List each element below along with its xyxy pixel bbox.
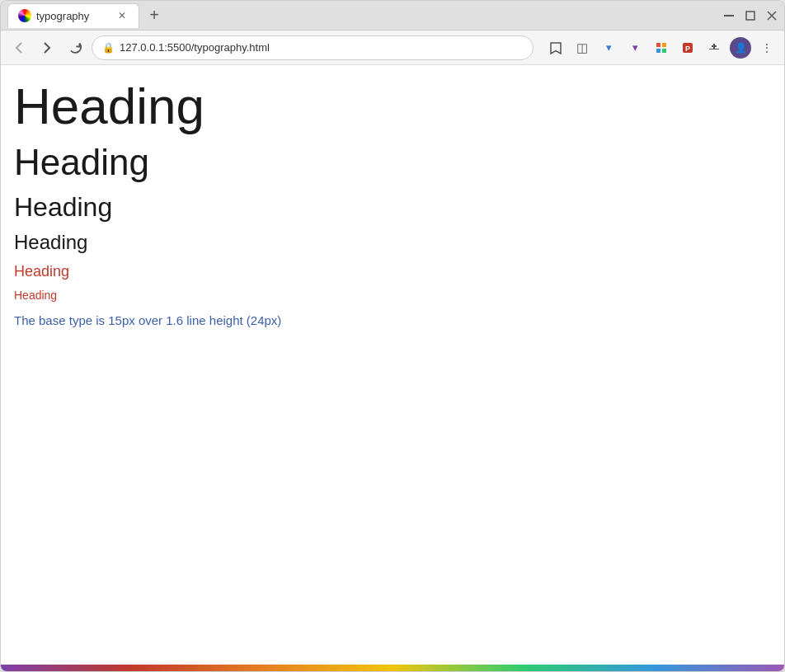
reload-button[interactable] [63, 36, 87, 59]
body-paragraph: The base type is 15px over 1.6 line heig… [14, 311, 771, 331]
address-bar[interactable]: 🔒 127.0.0.1:5500/typography.html [92, 35, 534, 60]
menu-button[interactable]: ⋮ [756, 37, 778, 59]
new-tab-button[interactable]: + [143, 4, 166, 27]
svg-text:P: P [685, 45, 690, 53]
svg-rect-6 [656, 49, 660, 53]
svg-rect-0 [724, 15, 734, 16]
bottom-bar [1, 665, 784, 671]
url-text: 127.0.0.1:5500/typography.html [120, 41, 523, 54]
address-bar-row: 🔒 127.0.0.1:5500/typography.html ◫ ▾ ▾ P… [1, 31, 784, 65]
tab-close-button[interactable]: ✕ [115, 9, 129, 22]
svg-rect-7 [662, 49, 666, 53]
tab-favicon [18, 9, 31, 22]
heading-6: Heading [14, 288, 771, 304]
profile-avatar[interactable]: 👤 [730, 37, 751, 59]
lock-icon: 🔒 [102, 42, 115, 54]
ext-icon-1[interactable]: ◫ [571, 37, 593, 59]
heading-5: Heading [14, 262, 771, 281]
ext-icon-4[interactable] [651, 37, 672, 59]
browser-window: typography ✕ + 🔒 127.0 [0, 0, 785, 672]
svg-rect-4 [656, 43, 660, 47]
close-button[interactable] [766, 10, 778, 21]
ext-icon-2[interactable]: ▾ [598, 37, 619, 59]
ext-icon-3[interactable]: ▾ [624, 37, 646, 59]
svg-rect-5 [662, 43, 666, 47]
heading-1: Heading [14, 78, 771, 134]
back-button[interactable] [7, 36, 31, 59]
heading-2: Heading [14, 141, 771, 185]
page-content: Heading Heading Heading Heading Heading … [1, 65, 784, 665]
ext-icon-5[interactable]: P [677, 37, 698, 59]
tab-title: typography [36, 10, 89, 22]
extensions-button[interactable] [703, 37, 725, 59]
restore-button[interactable] [745, 10, 756, 21]
minimize-button[interactable] [723, 10, 735, 21]
heading-3: Heading [14, 191, 771, 223]
active-tab[interactable]: typography ✕ [7, 3, 139, 28]
heading-4: Heading [14, 229, 771, 255]
svg-rect-1 [746, 12, 754, 20]
tab-bar: typography ✕ + [1, 1, 784, 31]
forward-button[interactable] [35, 36, 59, 59]
address-actions: ◫ ▾ ▾ P 👤 ⋮ [545, 37, 778, 59]
bookmark-button[interactable] [545, 37, 566, 59]
svg-rect-10 [709, 49, 719, 49]
